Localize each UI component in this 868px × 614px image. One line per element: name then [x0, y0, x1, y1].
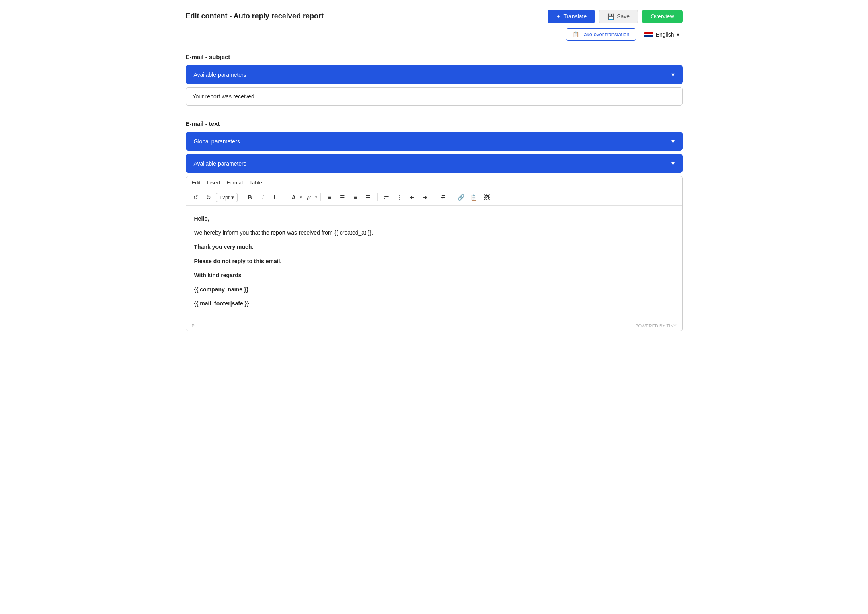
- header-actions: ✦ Translate 💾 Save Overview 📋 Take over …: [548, 10, 682, 41]
- chevron-down-icon-subject: ▾: [671, 71, 675, 78]
- italic-button[interactable]: I: [257, 192, 269, 203]
- divider-3: [320, 193, 321, 201]
- menu-table[interactable]: Table: [250, 180, 262, 186]
- overview-button[interactable]: Overview: [642, 10, 682, 23]
- content-line-5: With kind regards: [194, 270, 674, 280]
- chevron-down-icon-global: ▾: [671, 137, 675, 145]
- content-line-2: We hereby inform you that the report was…: [194, 228, 674, 238]
- align-left-button[interactable]: ≡: [324, 192, 335, 203]
- content-line-3: Thank you very much.: [194, 242, 674, 252]
- image-button[interactable]: 🖼: [481, 192, 492, 203]
- available-parameters-bar-text[interactable]: Available parameters ▾: [186, 154, 683, 173]
- subject-input[interactable]: [186, 87, 683, 106]
- content-line-1: Hello,: [194, 214, 674, 224]
- font-size-selector[interactable]: 12pt ▾: [216, 193, 238, 202]
- rich-text-editor: Edit Insert Format Table ↺ ↻ 12pt ▾ B I …: [186, 176, 683, 331]
- email-subject-label: E-mail - subject: [186, 53, 683, 60]
- menu-insert[interactable]: Insert: [207, 180, 220, 186]
- divider-1: [241, 193, 241, 201]
- align-center-button[interactable]: ☰: [337, 192, 348, 203]
- text-color-button[interactable]: A: [288, 192, 300, 203]
- flag-icon: [644, 32, 653, 37]
- divider-4: [377, 193, 378, 201]
- editor-menubar: Edit Insert Format Table: [186, 176, 682, 189]
- indent-button[interactable]: ⇥: [419, 192, 431, 203]
- language-selector[interactable]: English ▾: [641, 30, 683, 39]
- page-title: Edit content - Auto reply received repor…: [186, 10, 324, 20]
- divider-2: [285, 193, 285, 201]
- paste-button[interactable]: 📋: [468, 192, 480, 203]
- redo-button[interactable]: ↻: [203, 192, 214, 203]
- available-parameters-label-subject: Available parameters: [194, 72, 246, 78]
- chevron-down-icon: ▾: [677, 31, 679, 38]
- language-label: English: [656, 31, 674, 38]
- highlight-arrow[interactable]: ▾: [315, 195, 317, 199]
- save-icon: 💾: [607, 13, 614, 20]
- bold-button[interactable]: B: [244, 192, 256, 203]
- translate-icon: ✦: [556, 13, 561, 20]
- content-line-6: {{ company_name }}: [194, 284, 674, 295]
- menu-format[interactable]: Format: [226, 180, 243, 186]
- translate-button[interactable]: ✦ Translate: [548, 10, 595, 23]
- email-subject-section: E-mail - subject Available parameters ▾: [186, 53, 683, 106]
- link-button[interactable]: 🔗: [456, 192, 467, 203]
- global-parameters-label: Global parameters: [194, 138, 240, 145]
- align-justify-button[interactable]: ☰: [363, 192, 374, 203]
- editor-toolbar: ↺ ↻ 12pt ▾ B I U A ▾ 🖊 ▾: [186, 189, 682, 206]
- clear-format-button[interactable]: T: [437, 192, 449, 203]
- global-parameters-bar[interactable]: Global parameters ▾: [186, 132, 683, 151]
- text-color-group[interactable]: A ▾: [288, 192, 302, 203]
- available-parameters-label-text: Available parameters: [194, 160, 246, 167]
- save-button[interactable]: 💾 Save: [599, 10, 638, 23]
- copy-icon: 📋: [573, 31, 579, 37]
- menu-edit[interactable]: Edit: [192, 180, 201, 186]
- email-text-label: E-mail - text: [186, 120, 683, 127]
- editor-content-area[interactable]: Hello, We hereby inform you that the rep…: [186, 206, 682, 321]
- numbered-list-button[interactable]: ⋮: [394, 192, 405, 203]
- email-text-section: E-mail - text Global parameters ▾ Availa…: [186, 120, 683, 331]
- available-parameters-bar-subject[interactable]: Available parameters ▾: [186, 65, 683, 84]
- underline-button[interactable]: U: [270, 192, 281, 203]
- chevron-down-icon-fontsize: ▾: [231, 194, 234, 201]
- powered-by-label: POWERED BY TINY: [635, 323, 676, 328]
- bullet-list-button[interactable]: ≔: [381, 192, 392, 203]
- undo-redo-group: ↺ ↻: [190, 192, 214, 203]
- highlight-button[interactable]: 🖊: [304, 192, 315, 203]
- editor-footer: P POWERED BY TINY: [186, 321, 682, 331]
- text-color-arrow[interactable]: ▾: [300, 195, 302, 199]
- content-line-7: {{ mail_footer|safe }}: [194, 299, 674, 309]
- align-right-button[interactable]: ≡: [350, 192, 361, 203]
- divider-6: [452, 193, 452, 201]
- outdent-button[interactable]: ⇤: [406, 192, 418, 203]
- sub-row: 📋 Take over translation English ▾: [566, 28, 683, 41]
- highlight-color-group[interactable]: 🖊 ▾: [304, 192, 317, 203]
- top-buttons-row: ✦ Translate 💾 Save Overview: [548, 10, 682, 23]
- undo-button[interactable]: ↺: [190, 192, 201, 203]
- chevron-down-icon-available: ▾: [671, 160, 675, 167]
- paragraph-indicator: P: [192, 323, 195, 328]
- content-line-4: Please do not reply to this email.: [194, 256, 674, 266]
- take-over-translation-button[interactable]: 📋 Take over translation: [566, 28, 636, 41]
- divider-5: [434, 193, 434, 201]
